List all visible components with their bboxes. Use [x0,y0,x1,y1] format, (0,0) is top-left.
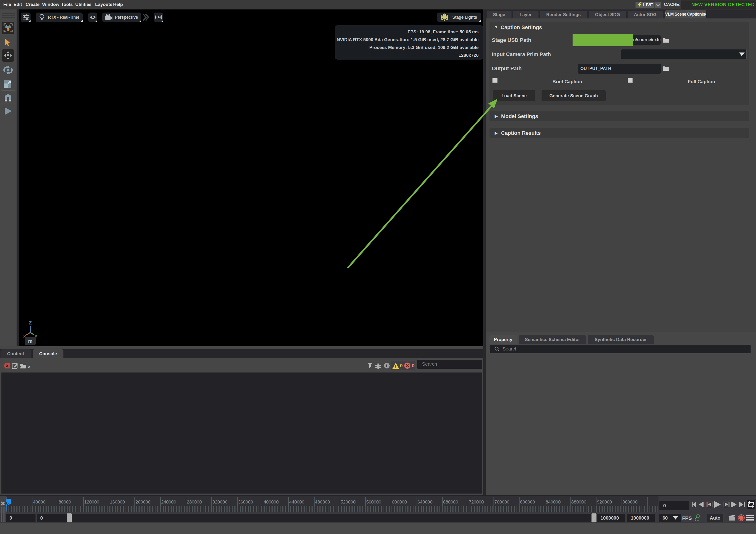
svg-text:0: 0 [6,501,9,506]
svg-text:Z: Z [29,320,32,325]
